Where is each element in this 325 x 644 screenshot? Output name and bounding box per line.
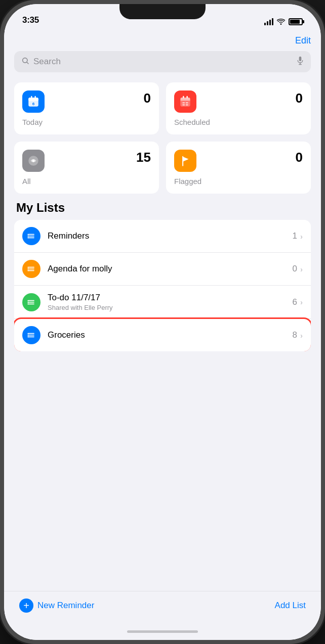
status-bar: 3:35 bbox=[4, 4, 321, 29]
svg-rect-16 bbox=[183, 96, 184, 99]
reminders-list-icon bbox=[22, 227, 40, 245]
phone-inner: 3:35 bbox=[4, 4, 321, 640]
notch bbox=[119, 4, 206, 19]
mic-icon bbox=[297, 56, 304, 67]
svg-text:6: 6 bbox=[32, 102, 35, 106]
home-indicator bbox=[4, 623, 321, 640]
agenda-chevron: › bbox=[300, 265, 303, 273]
svg-rect-7 bbox=[31, 96, 32, 99]
todo-meta: 6 › bbox=[293, 297, 303, 307]
battery-icon bbox=[289, 18, 303, 25]
groceries-count: 8 bbox=[293, 330, 297, 340]
all-label: All bbox=[22, 177, 151, 186]
stat-card-scheduled[interactable]: 0 Scheduled bbox=[166, 82, 311, 134]
status-icons bbox=[264, 18, 303, 25]
wifi-icon bbox=[277, 18, 285, 25]
search-icon bbox=[21, 57, 29, 67]
flagged-icon bbox=[174, 150, 196, 172]
edit-button[interactable]: Edit bbox=[295, 33, 311, 48]
groceries-list-icon bbox=[22, 326, 40, 344]
stat-card-all[interactable]: 15 All bbox=[14, 142, 159, 194]
groceries-name-block: Groceries bbox=[48, 330, 293, 340]
stat-card-today[interactable]: 6 0 Today bbox=[14, 82, 159, 134]
todo-name-block: To-do 11/7/17 Shared with Elle Perry bbox=[48, 293, 293, 311]
my-lists-title: My Lists bbox=[14, 201, 311, 215]
reminders-chevron: › bbox=[300, 232, 303, 241]
scheduled-label: Scheduled bbox=[174, 118, 303, 126]
todo-chevron: › bbox=[300, 298, 303, 306]
lists-container: Reminders 1 › bbox=[14, 220, 311, 351]
new-reminder-button[interactable]: + New Reminder bbox=[19, 599, 94, 613]
reminders-name-block: Reminders bbox=[48, 231, 293, 241]
scheduled-count: 0 bbox=[296, 90, 303, 106]
agenda-meta: 0 › bbox=[293, 264, 303, 274]
groceries-chevron: › bbox=[300, 331, 303, 340]
list-item-groceries[interactable]: Groceries 8 › bbox=[14, 319, 311, 351]
today-icon: 6 bbox=[22, 90, 45, 113]
svg-rect-11 bbox=[180, 98, 190, 101]
list-item-reminders[interactable]: Reminders 1 › bbox=[14, 220, 311, 253]
todo-subtitle: Shared with Elle Perry bbox=[48, 304, 293, 311]
scheduled-icon bbox=[174, 90, 196, 113]
svg-rect-17 bbox=[186, 96, 187, 99]
add-list-button[interactable]: Add List bbox=[275, 601, 306, 611]
reminders-meta: 1 › bbox=[293, 231, 303, 241]
agenda-name-block: Agenda for molly bbox=[48, 264, 293, 274]
plus-circle-icon: + bbox=[19, 599, 33, 613]
flagged-count: 0 bbox=[296, 150, 303, 165]
status-time: 3:35 bbox=[22, 15, 39, 25]
signal-bar-3 bbox=[269, 20, 271, 25]
agenda-count: 0 bbox=[293, 264, 297, 274]
groceries-meta: 8 › bbox=[293, 330, 303, 340]
all-count: 15 bbox=[136, 150, 151, 165]
todo-name: To-do 11/7/17 bbox=[48, 293, 293, 303]
list-item-todo[interactable]: To-do 11/7/17 Shared with Elle Perry 6 › bbox=[14, 286, 311, 319]
screen: 3:35 bbox=[4, 4, 321, 640]
flagged-label: Flagged bbox=[174, 177, 303, 186]
todo-list-icon bbox=[22, 293, 40, 311]
new-reminder-label: New Reminder bbox=[37, 601, 94, 611]
reminders-name: Reminders bbox=[48, 231, 293, 241]
bottom-bar: + New Reminder Add List bbox=[4, 591, 321, 623]
signal-bars-icon bbox=[264, 18, 273, 25]
list-item-agenda[interactable]: Agenda for molly 0 › bbox=[14, 253, 311, 286]
stats-grid: 6 0 Today bbox=[14, 82, 311, 194]
today-label: Today bbox=[22, 118, 151, 126]
stat-card-flagged[interactable]: 0 Flagged bbox=[166, 142, 311, 194]
lists-wrapper: Reminders 1 › bbox=[14, 220, 311, 351]
todo-count: 6 bbox=[293, 297, 297, 307]
agenda-list-icon bbox=[22, 260, 40, 278]
svg-rect-8 bbox=[34, 96, 35, 99]
reminders-count: 1 bbox=[293, 231, 297, 241]
svg-rect-1 bbox=[299, 57, 302, 61]
svg-point-19 bbox=[32, 160, 35, 162]
all-icon bbox=[22, 150, 45, 172]
search-bar[interactable]: Search bbox=[14, 51, 311, 72]
today-count: 0 bbox=[144, 90, 151, 106]
home-bar bbox=[127, 630, 198, 633]
battery-fill bbox=[290, 20, 300, 24]
groceries-name: Groceries bbox=[48, 330, 293, 340]
phone-frame: 3:35 bbox=[0, 0, 325, 644]
search-placeholder: Search bbox=[33, 57, 293, 67]
agenda-name: Agenda for molly bbox=[48, 264, 293, 274]
signal-bar-4 bbox=[272, 18, 273, 25]
header-row: Edit bbox=[14, 29, 311, 51]
signal-bar-2 bbox=[267, 21, 268, 25]
signal-bar-1 bbox=[264, 23, 266, 25]
main-content: Edit Search bbox=[4, 29, 321, 591]
